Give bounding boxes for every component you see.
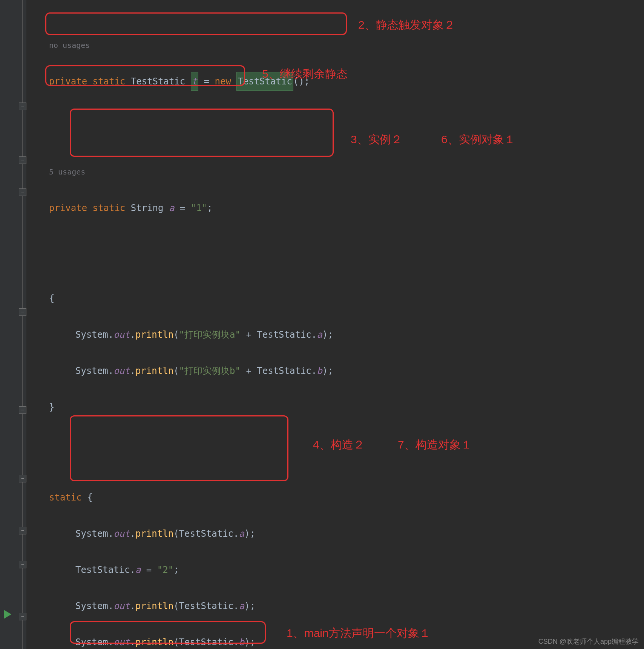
run-gutter-icon[interactable] bbox=[4, 610, 11, 619]
code-editor[interactable]: no usages private static TestStatic t = … bbox=[49, 0, 644, 649]
fold-toggle-icon[interactable]: − bbox=[19, 103, 26, 110]
fold-toggle-icon[interactable]: − bbox=[19, 156, 26, 164]
code-line[interactable]: { bbox=[49, 289, 644, 308]
annotation-text: 4、构造２ bbox=[313, 437, 365, 453]
code-line[interactable]: System.out.println("打印实例块a" + TestStatic… bbox=[49, 326, 644, 344]
annotation-text: 7、构造对象１ bbox=[398, 437, 472, 453]
annotation-text: 1、main方法声明一个对象１ bbox=[287, 626, 431, 641]
fold-toggle-icon[interactable]: − bbox=[19, 406, 26, 414]
fold-toggle-icon[interactable]: − bbox=[19, 308, 26, 316]
annotation-text: 5、继续剩余静态 bbox=[262, 66, 348, 82]
code-line[interactable]: System.out.println(TestStatic.a); bbox=[49, 597, 644, 615]
watermark: CSDN @吹老师个人app编程教学 bbox=[538, 637, 639, 646]
annotation-text: 6、实例对象１ bbox=[441, 132, 515, 147]
annotation-text: 2、静态触发对象２ bbox=[358, 17, 455, 33]
usage-hint: 5 usages bbox=[49, 163, 644, 181]
code-line[interactable]: System.out.println(TestStatic.a); bbox=[49, 525, 644, 543]
fold-toggle-icon[interactable]: − bbox=[19, 613, 26, 620]
code-line[interactable]: System.out.println("打印实例块b" + TestStatic… bbox=[49, 362, 644, 380]
code-line[interactable]: } bbox=[49, 398, 644, 416]
fold-toggle-icon[interactable]: − bbox=[19, 475, 26, 482]
fold-toggle-icon[interactable]: − bbox=[19, 188, 26, 196]
fold-toggle-icon[interactable]: − bbox=[19, 561, 26, 568]
code-line[interactable]: private static String a = "1"; bbox=[49, 199, 644, 217]
annotation-text: 3、实例２ bbox=[351, 132, 402, 147]
code-line[interactable]: static { bbox=[49, 488, 644, 507]
gutter: − − − − − − − − − bbox=[0, 0, 26, 649]
usage-hint: no usages bbox=[49, 36, 644, 54]
fold-toggle-icon[interactable]: − bbox=[19, 527, 26, 534]
code-line[interactable]: TestStatic.a = "2"; bbox=[49, 561, 644, 579]
